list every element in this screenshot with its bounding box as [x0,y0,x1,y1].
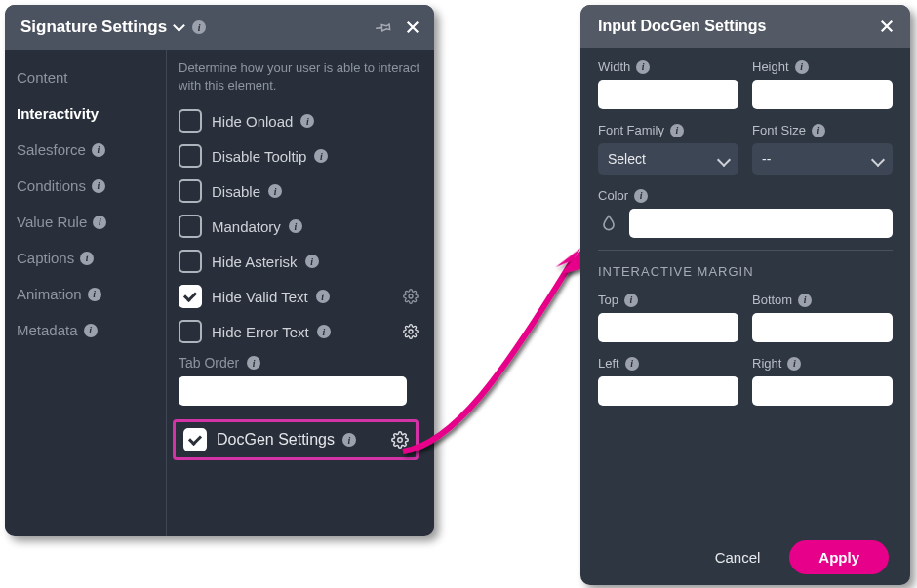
width-label: Widthi [598,59,738,74]
option-label: Hide Valid Text [212,289,308,305]
eyedropper-icon[interactable] [598,211,619,236]
info-icon[interactable]: i [670,124,684,137]
panel-header: Signature Settings i [5,5,434,50]
width-input[interactable] [598,80,738,109]
sidebar-item-salesforce[interactable]: Salesforcei [5,132,166,168]
info-icon[interactable]: i [93,216,106,229]
info-icon[interactable]: i [84,324,98,337]
info-icon[interactable]: i [317,325,331,338]
height-label: Heighti [752,59,893,74]
margin-right-input[interactable] [752,376,893,406]
checkbox[interactable] [179,320,202,343]
font-size-select[interactable] [752,143,893,175]
info-icon[interactable]: i [795,60,809,74]
info-icon[interactable]: i [812,124,825,137]
info-icon[interactable]: i [80,252,94,265]
margin-top-input[interactable] [598,313,738,342]
panel-title: Input DocGen Settings [598,18,766,35]
sidebar-item-label: Interactivity [17,105,99,122]
info-icon[interactable]: i [798,294,812,307]
tab-order-input[interactable] [179,376,407,406]
interactivity-section: Determine how your user is able to inter… [166,50,434,536]
sidebar-item-label: Conditions [17,177,86,194]
docgen-settings-checkbox[interactable] [183,428,207,451]
docgen-settings-panel: Input DocGen Settings Widthi Heighti Fon [580,5,910,585]
font-family-label: Font Familyi [598,123,738,137]
option-label: Disable Tooltip [212,148,306,165]
info-icon[interactable]: i [342,433,356,447]
settings-tabs: ContentInteractivitySalesforceiCondition… [5,50,166,536]
info-icon[interactable]: i [192,20,206,34]
info-icon[interactable]: i [624,294,638,307]
panel-title: Signature Settings [20,18,167,37]
info-icon[interactable]: i [268,184,282,198]
info-icon[interactable]: i [92,179,105,193]
signature-settings-panel: Signature Settings i ContentInteractivit… [5,5,434,536]
margin-left-input[interactable] [598,376,738,406]
info-icon[interactable]: i [92,143,105,157]
sidebar-item-captions[interactable]: Captionsi [5,240,166,276]
margin-bottom-input[interactable] [752,313,893,342]
option-disable-tooltip: Disable Tooltipi [179,138,420,174]
gear-icon[interactable] [401,322,420,341]
sidebar-item-metadata[interactable]: Metadatai [5,312,166,348]
sidebar-item-animation[interactable]: Animationi [5,276,166,312]
sidebar-item-value-rule[interactable]: Value Rulei [5,204,166,240]
info-icon[interactable]: i [636,60,650,74]
margin-bottom-label: Bottomi [752,293,893,307]
info-icon[interactable]: i [88,288,101,301]
color-label: Colori [598,188,893,203]
height-input[interactable] [752,80,893,109]
tab-order-label: Tab Orderi [179,355,420,371]
sidebar-item-label: Content [17,69,68,86]
option-label: Mandatory [212,218,281,235]
font-size-label: Font Sizei [752,123,893,137]
info-icon[interactable]: i [289,219,302,233]
option-hide-valid-text: Hide Valid Texti [179,279,420,314]
margin-top-label: Topi [598,293,738,307]
checkbox[interactable] [179,144,202,168]
option-label: Hide Error Text [212,324,309,340]
checkbox[interactable] [179,109,202,133]
info-icon[interactable]: i [305,255,319,268]
info-icon[interactable]: i [300,114,314,128]
checkbox[interactable] [179,250,202,273]
docgen-settings-row[interactable]: DocGen Settings i [173,419,419,460]
info-icon[interactable]: i [316,290,330,303]
interactive-margin-title: INTERACTIVE MARGIN [598,264,893,279]
info-icon[interactable]: i [787,357,801,371]
color-input[interactable] [629,209,893,238]
close-icon[interactable] [875,15,898,38]
info-icon[interactable]: i [314,149,328,163]
svg-marker-3 [555,244,580,272]
close-icon[interactable] [401,16,424,39]
option-hide-onload: Hide Onloadi [179,103,420,138]
info-icon[interactable]: i [625,357,639,371]
svg-point-0 [409,294,413,298]
sidebar-item-conditions[interactable]: Conditionsi [5,168,166,204]
option-label: Hide Onload [212,113,293,130]
sidebar-item-label: Salesforce [17,141,86,158]
info-icon[interactable]: i [634,189,648,203]
pin-icon[interactable] [372,16,395,39]
option-mandatory: Mandatoryi [179,209,420,244]
cancel-button[interactable]: Cancel [705,541,771,573]
font-family-select[interactable] [598,143,738,175]
sidebar-item-label: Value Rule [17,214,87,230]
option-disable: Disablei [179,174,420,209]
margin-right-label: Righti [752,356,893,371]
option-label: Disable [212,183,260,200]
checkbox[interactable] [179,215,202,238]
gear-icon[interactable] [390,430,410,450]
divider [598,250,893,251]
sidebar-item-label: Captions [17,250,74,266]
sidebar-item-content[interactable]: Content [5,59,166,96]
gear-icon[interactable] [401,287,420,306]
info-icon[interactable]: i [247,356,260,370]
apply-button[interactable]: Apply [789,540,889,574]
sidebar-item-label: Metadata [17,322,78,338]
chevron-down-icon[interactable] [173,20,184,31]
checkbox[interactable] [179,179,202,203]
sidebar-item-interactivity[interactable]: Interactivity [5,96,166,132]
checkbox[interactable] [179,285,202,308]
